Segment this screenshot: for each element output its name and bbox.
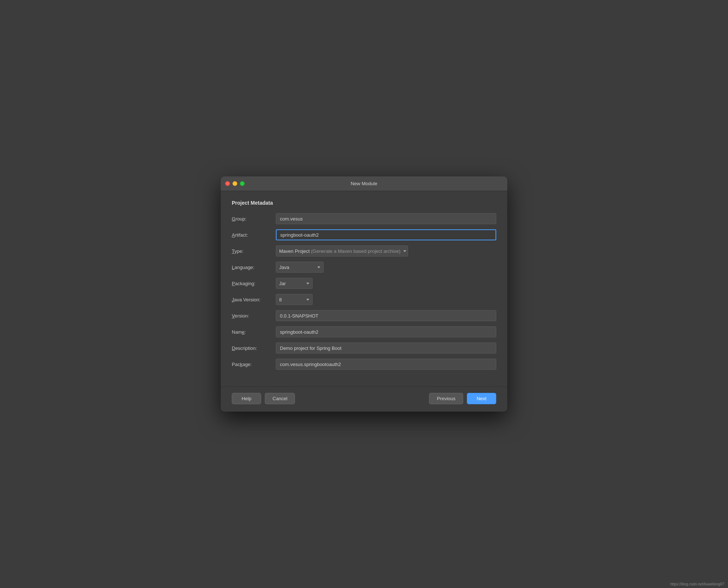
packaging-value: Jar: [279, 281, 303, 286]
package-input[interactable]: [276, 359, 496, 370]
package-label-text: Package:: [232, 362, 252, 367]
artifact-row: Artifact:: [232, 229, 496, 240]
type-value: Maven Project (Generate a Maven based pr…: [279, 248, 400, 254]
footer-left-buttons: Help Cancel: [232, 393, 295, 404]
language-dropdown[interactable]: Java: [276, 262, 324, 273]
description-label-text: Description:: [232, 345, 257, 351]
language-label: Language:: [232, 265, 276, 270]
minimize-button[interactable]: [233, 181, 237, 186]
package-label: Package:: [232, 362, 276, 367]
previous-button[interactable]: Previous: [429, 393, 463, 404]
type-dropdown[interactable]: Maven Project (Generate a Maven based pr…: [276, 245, 408, 257]
window-title: New Module: [351, 181, 377, 186]
group-label: Group:: [232, 216, 276, 222]
close-button[interactable]: [225, 181, 230, 186]
type-subtitle: (Generate a Maven based project archive): [311, 248, 401, 254]
group-row: Group:: [232, 213, 496, 224]
version-row: Version:: [232, 310, 496, 321]
section-title: Project Metadata: [232, 200, 496, 206]
maximize-button[interactable]: [240, 181, 245, 186]
artifact-label-text: Artifact:: [232, 232, 248, 238]
version-input[interactable]: [276, 310, 496, 321]
type-dropdown-arrow: [403, 250, 406, 252]
cancel-button[interactable]: Cancel: [265, 393, 295, 404]
name-label: Name:: [232, 329, 276, 335]
description-input[interactable]: [276, 343, 496, 354]
java-version-value: 8: [279, 297, 303, 302]
packaging-row: Packaging: Jar: [232, 278, 496, 289]
footer: Help Cancel Previous Next: [221, 387, 507, 412]
name-row: Name:: [232, 326, 496, 337]
language-value: Java: [279, 265, 314, 270]
form-content: Project Metadata Group: Artifact: Type: …: [221, 191, 507, 387]
language-label-text: Language:: [232, 265, 254, 270]
package-row: Package:: [232, 359, 496, 370]
java-version-dropdown-arrow: [306, 299, 309, 301]
traffic-lights: [225, 181, 245, 186]
description-label: Description:: [232, 345, 276, 351]
help-button[interactable]: Help: [232, 393, 261, 404]
packaging-dropdown-arrow: [306, 283, 309, 284]
java-version-label-text: Java Version:: [232, 297, 260, 302]
language-dropdown-arrow: [317, 266, 320, 268]
description-row: Description:: [232, 343, 496, 354]
packaging-label: Packaging:: [232, 281, 276, 286]
name-label-text: Name:: [232, 329, 246, 335]
type-row: Type: Maven Project (Generate a Maven ba…: [232, 245, 496, 257]
group-label-text: Group:: [232, 216, 246, 222]
artifact-label: Artifact:: [232, 232, 276, 238]
footer-right-buttons: Previous Next: [429, 393, 496, 404]
artifact-input[interactable]: [276, 229, 496, 240]
next-button[interactable]: Next: [467, 393, 496, 404]
name-input[interactable]: [276, 326, 496, 337]
java-version-label: Java Version:: [232, 297, 276, 302]
type-label: Type:: [232, 248, 276, 254]
version-label: Version:: [232, 313, 276, 319]
type-label-text: Type:: [232, 248, 244, 254]
packaging-label-text: Packaging:: [232, 281, 255, 286]
watermark: https://blog.csdn.net/liuweilong07: [670, 582, 724, 586]
java-version-row: Java Version: 8: [232, 294, 496, 305]
version-label-text: Version:: [232, 313, 249, 319]
title-bar: New Module: [221, 176, 507, 191]
new-module-dialog: New Module Project Metadata Group: Artif…: [221, 176, 507, 412]
java-version-dropdown[interactable]: 8: [276, 294, 313, 305]
group-input[interactable]: [276, 213, 496, 224]
language-row: Language: Java: [232, 262, 496, 273]
packaging-dropdown[interactable]: Jar: [276, 278, 313, 289]
